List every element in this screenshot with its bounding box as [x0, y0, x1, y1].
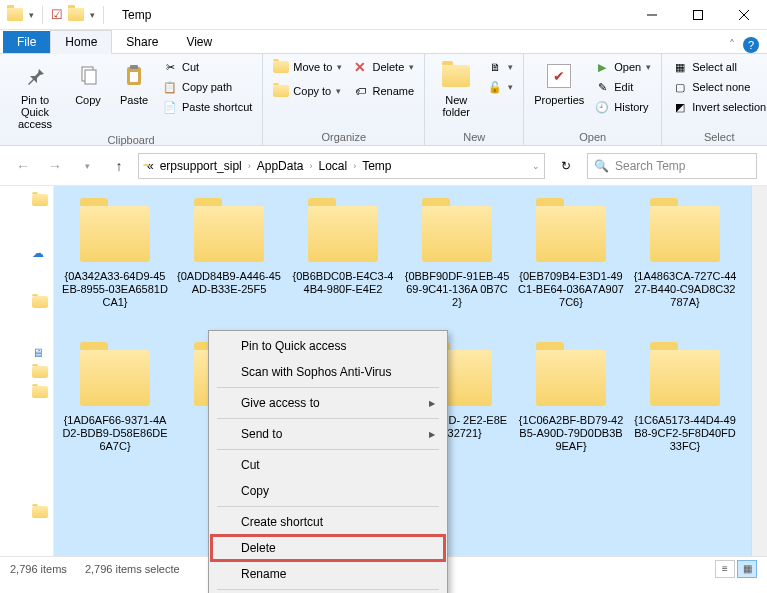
chevron-down-icon[interactable]: ▾: [29, 10, 34, 20]
folder-icon: [650, 206, 720, 262]
pin-quick-access-button[interactable]: Pin to Quick access: [8, 58, 62, 132]
search-box[interactable]: 🔍 Search Temp: [587, 153, 757, 179]
ctx-cut[interactable]: Cut: [211, 452, 445, 478]
scrollbar[interactable]: [751, 186, 767, 556]
navigation-pane[interactable]: ☁ 🖥: [0, 186, 54, 556]
ctx-give-access[interactable]: Give access to: [211, 390, 445, 416]
invert-selection-button[interactable]: ◩Invert selection: [670, 98, 767, 116]
folder-name: {1AD6AF66-9371-4AD2-BDB9-D58E86DE6A7C}: [62, 414, 168, 454]
folder-qat-icon[interactable]: [67, 6, 85, 24]
tab-view[interactable]: View: [172, 31, 226, 53]
folder-icon: [650, 350, 720, 406]
back-button[interactable]: ←: [10, 153, 36, 179]
new-folder-icon: [440, 60, 472, 92]
properties-button[interactable]: ✔ Properties: [532, 58, 586, 108]
ctx-send-to[interactable]: Send to: [211, 421, 445, 447]
paste-button[interactable]: Paste: [114, 58, 154, 108]
folder-icon: [308, 206, 378, 262]
select-none-icon: ▢: [672, 79, 688, 95]
ctx-rename[interactable]: Rename: [211, 561, 445, 587]
folder-item[interactable]: {1C6A5173-44D4-49B8-9CF2-5F8D40FD33FC}: [630, 336, 740, 476]
icons-view-button[interactable]: ▦: [737, 560, 757, 578]
properties-qat-icon[interactable]: ☑: [51, 7, 63, 22]
select-all-icon: ▦: [672, 59, 688, 75]
folder-item[interactable]: {1AD6AF66-9371-4AD2-BDB9-D58E86DE6A7C}: [60, 336, 170, 476]
select-none-button[interactable]: ▢Select none: [670, 78, 767, 96]
folder-icon: [536, 206, 606, 262]
item-count: 2,796 items: [10, 563, 67, 575]
tab-file[interactable]: File: [3, 31, 50, 53]
new-folder-button[interactable]: New folder: [433, 58, 479, 120]
chevron-right-icon[interactable]: ›: [246, 161, 253, 171]
group-select: ▦Select all ▢Select none ◩Invert selecti…: [662, 54, 767, 145]
minimize-button[interactable]: [629, 0, 675, 30]
rename-ribbon-button[interactable]: 🏷Rename: [350, 82, 416, 100]
copy-to-icon: [273, 83, 289, 99]
group-open: ✔ Properties ▶Open▾ ✎Edit 🕘History Open: [524, 54, 662, 145]
chevron-right-icon[interactable]: ›: [307, 161, 314, 171]
select-all-button[interactable]: ▦Select all: [670, 58, 767, 76]
ribbon-tabs: File Home Share View ˄ ?: [0, 30, 767, 54]
recent-dropdown[interactable]: ▾: [74, 153, 100, 179]
address-bar[interactable]: « erpsupport_sipl› AppData› Local› Temp …: [138, 153, 545, 179]
easy-access-button[interactable]: 🔓▾: [485, 78, 515, 96]
new-item-button[interactable]: 🗎▾: [485, 58, 515, 76]
edit-button[interactable]: ✎Edit: [592, 78, 653, 96]
address-dropdown-icon[interactable]: ⌄: [532, 161, 540, 171]
folder-item[interactable]: {0B6BDC0B-E4C3-44B4-980F-E4E2: [288, 192, 398, 332]
refresh-button[interactable]: ↻: [551, 153, 581, 179]
ribbon: Pin to Quick access Copy Paste ✂Cut 📋Cop…: [0, 54, 767, 146]
copy-button[interactable]: Copy: [68, 58, 108, 108]
up-button[interactable]: ↑: [106, 153, 132, 179]
folder-item[interactable]: {0BBF90DF-91EB-4569-9C41-136A 0B7C2}: [402, 192, 512, 332]
new-item-icon: 🗎: [487, 59, 503, 75]
history-button[interactable]: 🕘History: [592, 98, 653, 116]
crumb[interactable]: Local: [316, 159, 349, 173]
rename-icon: 🏷: [352, 83, 368, 99]
scissors-icon: ✂: [162, 59, 178, 75]
qat-dropdown-icon[interactable]: ▾: [90, 10, 95, 20]
copy-to-button[interactable]: Copy to▾: [271, 82, 344, 100]
crumb[interactable]: AppData: [255, 159, 306, 173]
help-icon[interactable]: ?: [743, 37, 759, 53]
details-view-button[interactable]: ≡: [715, 560, 735, 578]
forward-button[interactable]: →: [42, 153, 68, 179]
tab-share[interactable]: Share: [112, 31, 172, 53]
folder-item[interactable]: {1A4863CA-727C-4427-B440-C9AD8C32787A}: [630, 192, 740, 332]
folder-icon: [6, 6, 24, 24]
folder-name: {1C6A5173-44D4-49B8-9CF2-5F8D40FD33FC}: [632, 414, 738, 454]
folder-item[interactable]: {0EB709B4-E3D1-49C1-BE64-036A7A9077C6}: [516, 192, 626, 332]
folder-name: {1A4863CA-727C-4427-B440-C9AD8C32787A}: [632, 270, 738, 310]
quick-access-toolbar: ▾ ☑ ▾: [0, 6, 114, 24]
invert-icon: ◩: [672, 99, 688, 115]
paste-shortcut-button[interactable]: 📄Paste shortcut: [160, 98, 254, 116]
cut-button[interactable]: ✂Cut: [160, 58, 254, 76]
title-bar: ▾ ☑ ▾ Temp: [0, 0, 767, 30]
close-button[interactable]: [721, 0, 767, 30]
ctx-scan[interactable]: Scan with Sophos Anti-Virus: [211, 359, 445, 385]
ctx-create-shortcut[interactable]: Create shortcut: [211, 509, 445, 535]
context-menu: Pin to Quick access Scan with Sophos Ant…: [208, 330, 448, 593]
maximize-button[interactable]: [675, 0, 721, 30]
folder-item[interactable]: {1C06A2BF-BD79-42B5-A90D-79D0DB3B9EAF}: [516, 336, 626, 476]
ctx-delete[interactable]: Delete: [211, 535, 445, 561]
minimize-ribbon-icon[interactable]: ˄: [729, 38, 735, 52]
chevron-right-icon[interactable]: ›: [351, 161, 358, 171]
folder-name: {0BBF90DF-91EB-4569-9C41-136A 0B7C2}: [404, 270, 510, 310]
svg-rect-1: [694, 10, 703, 19]
group-clipboard: Pin to Quick access Copy Paste ✂Cut 📋Cop…: [0, 54, 263, 145]
folder-item[interactable]: {0A342A33-64D9-45EB-8955-03EA6581DCA1}: [60, 192, 170, 332]
crumb[interactable]: Temp: [360, 159, 393, 173]
search-placeholder: Search Temp: [615, 159, 685, 173]
move-to-button[interactable]: Move to▾: [271, 58, 344, 76]
tab-home[interactable]: Home: [50, 30, 112, 54]
ctx-copy[interactable]: Copy: [211, 478, 445, 504]
delete-ribbon-button[interactable]: ✕Delete▾: [350, 58, 416, 76]
open-button[interactable]: ▶Open▾: [592, 58, 653, 76]
folder-icon: [194, 206, 264, 262]
folder-item[interactable]: {0ADD84B9-A446-45AD-B33E-25F5: [174, 192, 284, 332]
ctx-pin[interactable]: Pin to Quick access: [211, 333, 445, 359]
crumb[interactable]: erpsupport_sipl: [158, 159, 244, 173]
copy-path-button[interactable]: 📋Copy path: [160, 78, 254, 96]
paste-shortcut-icon: 📄: [162, 99, 178, 115]
